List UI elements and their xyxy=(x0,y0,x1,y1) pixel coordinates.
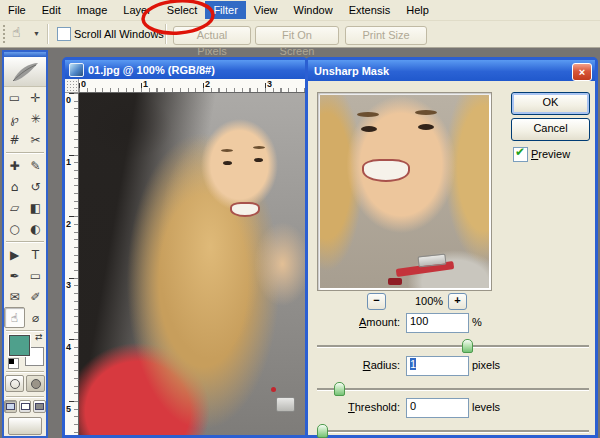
radius-input[interactable]: 1 xyxy=(406,356,469,376)
slider-track[interactable] xyxy=(317,388,589,391)
threshold-slider-thumb[interactable] xyxy=(317,424,328,438)
scroll-all-windows-checkbox[interactable] xyxy=(57,27,71,41)
swap-colors-icon[interactable]: ⇄ xyxy=(35,332,43,342)
ruler-number: 3 xyxy=(66,280,71,290)
threshold-input[interactable]: 0 xyxy=(406,398,469,418)
photoshop-file-icon xyxy=(69,63,84,77)
standard-screen-mode-button[interactable] xyxy=(4,400,17,413)
zoom-tool[interactable]: ⌀ xyxy=(25,307,46,328)
amount-slider-thumb[interactable] xyxy=(462,339,473,353)
dialog-body: − 100% + OK Cancel ✔ Preview Amount: 100… xyxy=(308,81,595,435)
slider-track[interactable] xyxy=(317,345,589,348)
photo-shape xyxy=(221,149,233,152)
type-tool[interactable]: T xyxy=(25,244,46,265)
photo-shape xyxy=(415,110,437,115)
screen-mode-row xyxy=(4,400,46,413)
menu-view[interactable]: View xyxy=(246,1,286,19)
palette-grip[interactable] xyxy=(3,25,7,43)
print-size-button[interactable]: Print Size xyxy=(345,26,427,45)
menu-file[interactable]: File xyxy=(0,1,34,19)
ruler-number: 0 xyxy=(66,95,71,105)
slice-tool[interactable]: ✂ xyxy=(25,129,46,150)
ruler-number: 2 xyxy=(66,219,71,229)
threshold-value: 0 xyxy=(410,400,416,412)
zoom-in-button[interactable]: + xyxy=(448,293,467,310)
mask-mode-row xyxy=(4,375,46,392)
checkmark-icon: ✔ xyxy=(515,145,525,159)
radius-slider-thumb[interactable] xyxy=(334,382,345,396)
eyedropper-tool[interactable]: ✐ xyxy=(25,286,46,307)
close-icon[interactable]: × xyxy=(572,63,592,81)
menu-edit[interactable]: Edit xyxy=(34,1,69,19)
standard-mode-button[interactable] xyxy=(5,375,24,392)
menu-help[interactable]: Help xyxy=(398,1,437,19)
menu-layer[interactable]: Layer xyxy=(115,1,159,19)
notes-tool[interactable]: ✉ xyxy=(4,286,25,307)
tool-preset-arrow-icon[interactable]: ▼ xyxy=(33,30,40,37)
shape-tool[interactable]: ▭ xyxy=(25,265,46,286)
amount-label: Amount: xyxy=(314,316,400,328)
color-wells: ⇄ xyxy=(6,333,44,369)
fullscreen-menubar-mode-button[interactable] xyxy=(19,400,32,413)
dialog-title-bar[interactable]: Unsharp Mask xyxy=(308,60,595,81)
threshold-slider[interactable] xyxy=(317,424,589,438)
slider-track[interactable] xyxy=(317,430,589,433)
photo-shape xyxy=(418,124,434,130)
photo-shape xyxy=(361,126,377,132)
feather-icon xyxy=(10,61,40,83)
preview-checkbox[interactable]: ✔ xyxy=(513,147,528,162)
preview-frame xyxy=(317,92,492,291)
pen-tool[interactable]: ✒ xyxy=(4,265,25,286)
document-body: 0 1 2 3 0 1 2 3 4 5 xyxy=(65,79,305,435)
ruler-number: 3 xyxy=(267,79,272,89)
menu-bar: File Edit Image Layer Select Filter View… xyxy=(0,0,600,21)
quick-mask-mode-button[interactable] xyxy=(26,375,45,392)
menu-filter[interactable]: Filter xyxy=(205,1,245,19)
hand-tool[interactable]: ☝ xyxy=(4,307,25,328)
ok-button[interactable]: OK xyxy=(511,92,590,115)
gradient-tool[interactable]: ◧ xyxy=(25,197,46,218)
rectangular-marquee-tool[interactable]: ▭ xyxy=(4,87,25,108)
healing-brush-tool[interactable]: ✚ xyxy=(4,155,25,176)
history-brush-tool[interactable]: ↺ xyxy=(25,176,46,197)
cancel-button[interactable]: Cancel xyxy=(511,118,590,141)
actual-pixels-button[interactable]: Actual Pixels xyxy=(173,26,251,45)
photo-shape xyxy=(357,112,379,117)
preview-image[interactable] xyxy=(320,95,489,288)
blur-tool[interactable]: ○ xyxy=(4,218,25,239)
fullscreen-mode-button[interactable] xyxy=(33,400,46,413)
document-photo[interactable] xyxy=(79,93,305,435)
threshold-unit: levels xyxy=(472,401,500,413)
path-selection-tool[interactable]: ▶ xyxy=(4,244,25,265)
divider xyxy=(6,241,44,242)
menu-image[interactable]: Image xyxy=(69,1,116,19)
menu-select[interactable]: Select xyxy=(159,1,206,19)
clone-stamp-tool[interactable]: ⌂ xyxy=(4,176,25,197)
foreground-color-swatch[interactable] xyxy=(9,335,30,356)
divider xyxy=(6,396,44,397)
radius-slider[interactable] xyxy=(317,382,589,396)
amount-slider[interactable] xyxy=(317,339,589,353)
lasso-tool[interactable]: ℘ xyxy=(4,108,25,129)
eraser-tool[interactable]: ▱ xyxy=(4,197,25,218)
document-title-bar[interactable]: 01.jpg @ 100% (RGB/8#) xyxy=(65,60,305,79)
fit-on-screen-button[interactable]: Fit On Screen xyxy=(255,26,339,45)
ruler-origin-box[interactable] xyxy=(65,79,79,93)
menu-extensis[interactable]: Extensis xyxy=(341,1,399,19)
radius-value: 1 xyxy=(410,358,416,370)
crop-tool[interactable]: # xyxy=(4,129,25,150)
amount-input[interactable]: 100 xyxy=(406,313,469,333)
preview-checkbox-label: Preview xyxy=(531,148,570,160)
dodge-tool[interactable]: ◐ xyxy=(25,218,46,239)
default-colors-icon[interactable] xyxy=(8,358,19,369)
magic-wand-tool[interactable]: ✳ xyxy=(25,108,46,129)
separator xyxy=(47,24,48,44)
jump-to-imageready-button[interactable] xyxy=(8,417,42,435)
photo-shape xyxy=(276,397,295,412)
menu-window[interactable]: Window xyxy=(286,1,341,19)
dialog-title: Unsharp Mask xyxy=(314,65,389,77)
zoom-out-button[interactable]: − xyxy=(367,293,386,310)
move-tool[interactable]: ✛ xyxy=(25,87,46,108)
brush-tool[interactable]: ✎ xyxy=(25,155,46,176)
amount-unit: % xyxy=(472,316,482,328)
